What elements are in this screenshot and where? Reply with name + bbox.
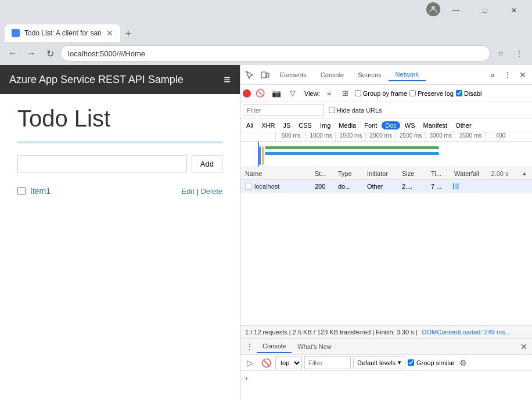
tab-sources[interactable]: Sources — [351, 69, 388, 81]
console-area: ⋮ Console What's New ✕ ▷ 🚫 top Default l… — [240, 338, 532, 400]
console-context-select[interactable]: top — [275, 356, 302, 369]
console-more-icon[interactable]: ⋮ — [243, 340, 257, 354]
reload-button[interactable]: ↻ — [42, 45, 58, 62]
group-by-frame-checkbox[interactable] — [355, 90, 361, 96]
inspect-element-button[interactable] — [243, 68, 257, 82]
device-toolbar-button[interactable] — [258, 68, 272, 82]
th-time[interactable]: Ti... — [429, 170, 452, 177]
type-filter-other[interactable]: Other — [452, 121, 475, 129]
type-filter-font[interactable]: Font — [361, 121, 380, 129]
view-group-icon[interactable]: ⊞ — [339, 87, 353, 100]
todo-text[interactable]: Item1 — [30, 186, 51, 196]
hide-data-urls-label[interactable]: Hide data URLs — [329, 107, 382, 114]
th-type[interactable]: Type — [336, 170, 365, 177]
devtools-more-tabs-icon[interactable]: » — [486, 68, 499, 82]
td-waterfall — [452, 180, 530, 193]
console-settings-icon[interactable]: ⚙ — [456, 356, 469, 369]
preserve-log-label[interactable]: Preserve log — [409, 90, 454, 97]
address-input[interactable] — [60, 45, 490, 62]
tab-console[interactable]: Console — [314, 69, 351, 81]
timeline-bars — [240, 142, 532, 167]
svg-rect-1 — [261, 72, 266, 78]
type-filter-doc[interactable]: Doc — [382, 121, 400, 129]
new-tab-button[interactable]: + — [120, 26, 136, 42]
devtools-settings-icon[interactable]: ⋮ — [501, 68, 515, 82]
clear-network-button[interactable]: 🚫 — [253, 87, 267, 100]
back-button[interactable]: ← — [5, 45, 21, 62]
th-name[interactable]: Name — [243, 170, 312, 177]
type-filter-ws[interactable]: WS — [401, 121, 419, 129]
type-filter-js[interactable]: JS — [279, 121, 294, 129]
close-button[interactable]: ✕ — [501, 2, 527, 19]
console-tab-whatsnew[interactable]: What's New — [292, 341, 337, 352]
type-filter-css[interactable]: CSS — [295, 121, 315, 129]
timeline-bar-1 — [259, 146, 261, 165]
console-prompt: › — [245, 373, 527, 383]
todo-input[interactable] — [17, 155, 187, 172]
todo-checkbox[interactable] — [17, 187, 26, 195]
table-header: Name St... Type Initiator Size Ti... — [240, 167, 532, 180]
th-status[interactable]: St... — [312, 170, 336, 177]
browser-tab-active[interactable]: Todo List: A client for san ✕ — [5, 24, 120, 42]
network-table: Name St... Type Initiator Size Ti... — [240, 167, 532, 325]
table-row[interactable]: localhost 200 do... Other 2.... 7 ... — [240, 180, 532, 193]
console-filter-input[interactable] — [304, 356, 351, 369]
type-filter-img[interactable]: Img — [317, 121, 334, 129]
type-filter-xhr[interactable]: XHR — [258, 121, 278, 129]
bookmark-icon[interactable]: ☆ — [493, 45, 509, 62]
hamburger-icon[interactable]: ≡ — [224, 73, 231, 87]
group-similar-checkbox[interactable] — [408, 359, 414, 366]
type-filter-manifest[interactable]: Manifest — [420, 121, 451, 129]
console-execute-icon[interactable]: ▷ — [243, 356, 257, 370]
profile-icon[interactable] — [426, 2, 440, 16]
disable-cache-label[interactable]: Disabl — [456, 90, 482, 97]
title-bar: — □ ✕ — [0, 0, 532, 21]
record-button[interactable] — [243, 89, 251, 98]
forward-button[interactable]: → — [23, 45, 39, 62]
timeline-mark-3000: 3000 ms — [425, 132, 455, 141]
th-size[interactable]: Size — [400, 170, 429, 177]
delete-link[interactable]: Delete — [200, 187, 222, 196]
td-time: 7 ... — [429, 183, 452, 190]
edit-link[interactable]: Edit — [181, 187, 194, 196]
filter-network-button[interactable]: ▽ — [286, 87, 300, 100]
todo-item: Item1 Edit | Delete — [17, 184, 222, 198]
navbar-brand: Azure App Service REST API Sample — [9, 74, 184, 86]
console-tab-active[interactable]: Console — [257, 340, 292, 353]
maximize-button[interactable]: □ — [472, 2, 498, 19]
add-button[interactable]: Add — [192, 155, 222, 172]
th-waterfall[interactable]: Waterfall 2.00 s ▲ — [452, 170, 530, 177]
console-prompt-arrow[interactable]: › — [245, 373, 248, 383]
timeline-mark-1500: 1500 ms — [335, 132, 365, 141]
type-filter-all[interactable]: All — [243, 121, 257, 129]
type-filter-media[interactable]: Media — [335, 121, 360, 129]
dom-content-loaded-link[interactable]: DOMContentLoaded: 249 ms... — [422, 329, 511, 336]
preserve-log-checkbox[interactable] — [409, 90, 416, 96]
group-similar-label[interactable]: Group similar — [408, 359, 454, 366]
devtools-close-button[interactable]: ✕ — [516, 68, 530, 82]
timeline-mark-400: 400 — [485, 132, 515, 141]
minimize-button[interactable]: — — [443, 2, 469, 19]
tab-bar: Todo List: A client for san ✕ + — [0, 21, 532, 42]
group-by-frame-label[interactable]: Group by frame — [355, 90, 407, 97]
tab-network[interactable]: Network — [389, 69, 426, 81]
tab-elements[interactable]: Elements — [273, 69, 314, 81]
console-close-button[interactable]: ✕ — [518, 341, 530, 352]
console-clear-icon[interactable]: 🚫 — [259, 356, 273, 370]
window-controls: — □ ✕ — [426, 2, 527, 19]
timeline-mark-2500: 2500 ms — [395, 132, 425, 141]
waterfall-bar — [453, 183, 454, 189]
hide-data-urls-checkbox[interactable] — [329, 107, 335, 113]
filter-input[interactable] — [243, 104, 324, 116]
th-initiator[interactable]: Initiator — [365, 170, 400, 177]
disable-cache-checkbox[interactable] — [456, 90, 462, 96]
timeline-bar-4 — [265, 152, 439, 155]
tab-close-icon[interactable]: ✕ — [106, 28, 113, 38]
type-filter-bar: All XHR JS CSS Img Media Font Doc WS Man… — [240, 118, 532, 132]
view-list-icon[interactable]: ≡ — [322, 87, 336, 100]
webpage: Azure App Service REST API Sample ≡ Todo… — [0, 65, 240, 400]
browser-menu-icon[interactable]: ⋮ — [511, 45, 527, 62]
console-levels-button[interactable]: Default levels ▾ — [353, 356, 405, 369]
camera-button[interactable]: 📷 — [269, 87, 283, 100]
td-status: 200 — [312, 183, 336, 190]
